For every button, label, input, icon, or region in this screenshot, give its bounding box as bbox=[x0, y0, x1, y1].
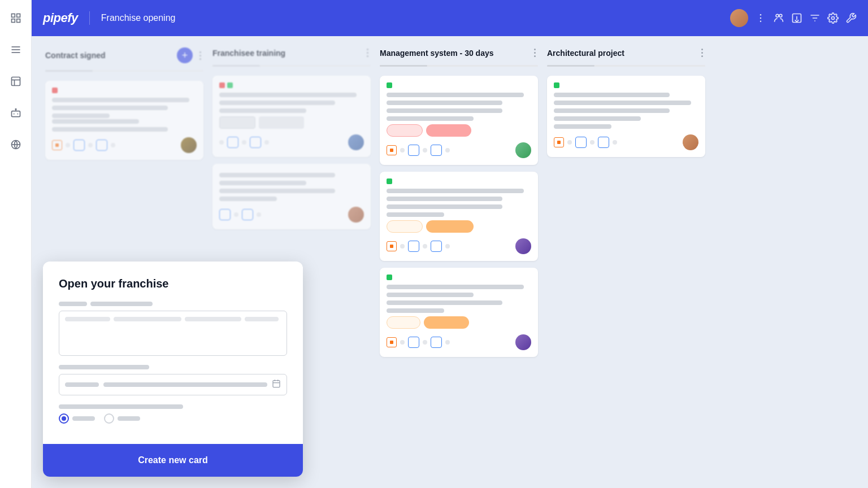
badge-orange-outline bbox=[387, 220, 423, 233]
card-line bbox=[387, 300, 502, 305]
card-action-icon[interactable] bbox=[408, 337, 419, 348]
form-field-title bbox=[59, 302, 287, 356]
label-line bbox=[90, 302, 153, 306]
import-icon[interactable] bbox=[791, 12, 802, 24]
card[interactable] bbox=[212, 76, 371, 157]
radio-button-unselected[interactable] bbox=[104, 413, 114, 424]
column-menu-button[interactable] bbox=[532, 47, 538, 58]
card-action-icon[interactable] bbox=[431, 337, 442, 348]
settings-icon[interactable] bbox=[827, 12, 839, 24]
card-dot bbox=[400, 148, 405, 152]
card-action-icon[interactable] bbox=[387, 145, 397, 155]
radio-option-1[interactable] bbox=[59, 413, 95, 424]
card-badge-row bbox=[387, 220, 531, 233]
card[interactable] bbox=[45, 81, 203, 160]
tool-icon[interactable] bbox=[845, 12, 857, 24]
card-footer bbox=[554, 134, 698, 150]
badge-pink-outline bbox=[387, 124, 423, 137]
card-tags bbox=[219, 82, 364, 88]
card-line bbox=[219, 173, 335, 177]
card-action-icon[interactable] bbox=[598, 137, 609, 148]
card-action-icon[interactable] bbox=[96, 140, 107, 151]
tag-green bbox=[554, 82, 559, 88]
card-assignee-avatar bbox=[181, 137, 197, 153]
label-line bbox=[59, 365, 149, 369]
card-line bbox=[554, 101, 691, 105]
card-badge-row bbox=[219, 116, 364, 129]
user-avatar[interactable] bbox=[730, 9, 748, 27]
form-date-input[interactable] bbox=[59, 374, 287, 395]
create-new-card-button[interactable]: Create new card bbox=[138, 455, 208, 465]
svg-rect-7 bbox=[11, 77, 20, 86]
card-line bbox=[219, 93, 357, 97]
card-action-icon[interactable] bbox=[219, 209, 231, 220]
sidebar-item-grid[interactable] bbox=[7, 9, 25, 27]
tag-green bbox=[387, 178, 392, 184]
app-header: pipefy Franchise opening bbox=[32, 0, 868, 36]
card-action-icon[interactable] bbox=[250, 137, 261, 148]
create-card-footer[interactable]: Create new card bbox=[43, 444, 303, 477]
card-action-icon[interactable] bbox=[575, 137, 587, 148]
column-progress bbox=[380, 65, 538, 67]
card-action-icon[interactable] bbox=[387, 337, 397, 347]
card-action-icon[interactable] bbox=[408, 145, 419, 156]
header-divider bbox=[89, 11, 90, 25]
card-footer bbox=[387, 142, 531, 158]
card[interactable] bbox=[547, 76, 705, 157]
column-menu-button[interactable] bbox=[699, 47, 705, 58]
card-icons bbox=[387, 337, 450, 348]
card-dot bbox=[219, 140, 224, 145]
radio-button-selected[interactable] bbox=[59, 413, 69, 424]
filter-icon[interactable] bbox=[809, 12, 821, 24]
card-footer bbox=[219, 207, 364, 223]
sidebar-item-globe[interactable] bbox=[7, 136, 25, 154]
card-footer bbox=[387, 334, 531, 350]
date-placeholder bbox=[65, 382, 99, 387]
card-action-icon[interactable] bbox=[242, 209, 253, 220]
card-action-icon[interactable] bbox=[408, 241, 419, 252]
svg-rect-10 bbox=[11, 111, 20, 117]
card[interactable] bbox=[380, 76, 538, 165]
card-tags bbox=[387, 178, 531, 184]
sidebar-item-bot[interactable] bbox=[7, 104, 25, 122]
card-tags bbox=[387, 274, 531, 280]
card-action-icon[interactable] bbox=[554, 137, 564, 147]
card[interactable] bbox=[380, 172, 538, 261]
form-textarea[interactable] bbox=[59, 311, 287, 356]
card-dot bbox=[400, 340, 405, 345]
card-line bbox=[387, 101, 502, 105]
card-icons bbox=[52, 140, 115, 151]
card-assignee-avatar bbox=[348, 207, 364, 223]
card-icons bbox=[387, 145, 450, 156]
members-icon[interactable] bbox=[773, 12, 784, 24]
card-line bbox=[387, 212, 444, 217]
card-action-icon[interactable] bbox=[431, 241, 442, 252]
radio-option-2[interactable] bbox=[104, 413, 140, 424]
tag-green bbox=[387, 274, 392, 280]
modal-body: Open your franchise bbox=[43, 262, 303, 444]
card-action-icon[interactable] bbox=[227, 137, 238, 148]
textarea-line bbox=[114, 317, 181, 321]
form-label bbox=[59, 365, 287, 369]
card-action-icon[interactable] bbox=[52, 140, 62, 150]
column-menu-button[interactable] bbox=[364, 47, 371, 58]
card-action-icon[interactable] bbox=[387, 241, 397, 251]
add-card-button[interactable]: + bbox=[177, 47, 193, 63]
card-assignee-avatar bbox=[683, 134, 698, 150]
card[interactable] bbox=[380, 268, 538, 357]
card-line bbox=[387, 93, 524, 97]
sidebar-item-layout[interactable] bbox=[7, 72, 25, 90]
column-menu-button[interactable] bbox=[197, 50, 203, 61]
sidebar-item-list[interactable] bbox=[7, 41, 25, 59]
form-label bbox=[59, 302, 287, 306]
card-action-icon[interactable] bbox=[431, 145, 442, 156]
more-options-icon[interactable] bbox=[755, 12, 766, 24]
column-progress bbox=[45, 70, 203, 72]
card-line bbox=[554, 108, 670, 113]
card[interactable] bbox=[212, 164, 371, 229]
card-line bbox=[219, 108, 306, 113]
card-dot bbox=[234, 212, 238, 217]
create-card-modal: Open your franchise bbox=[43, 262, 303, 477]
card-action-icon[interactable] bbox=[73, 140, 85, 151]
card-dot bbox=[613, 140, 617, 145]
